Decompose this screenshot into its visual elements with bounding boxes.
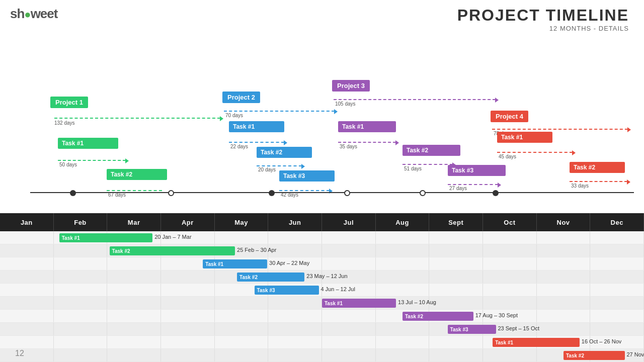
gantt-col-5 xyxy=(268,297,322,309)
gantt-col-2 xyxy=(107,257,161,270)
dot-4 xyxy=(344,190,350,196)
gantt-date-label-6: 17 Aug – 30 Sept xyxy=(475,312,518,318)
gantt-col-11 xyxy=(590,297,644,309)
gantt-bar-1: Task #2 xyxy=(110,246,235,255)
gantt-col-0 xyxy=(0,270,54,283)
calendar-section: JanFebMarAprMayJunJulAugSeptOctNovDec Ta… xyxy=(0,213,644,362)
main-title: Project Timeline xyxy=(457,6,629,25)
gantt-col-5 xyxy=(268,336,322,348)
p3t3-days: 27 days xyxy=(449,186,467,191)
month-cell-jul: Jul xyxy=(322,213,376,231)
dot-1 xyxy=(70,190,76,196)
gantt-col-7 xyxy=(376,244,430,257)
gantt-col-7 xyxy=(376,270,430,283)
gantt-date-label-1: 25 Feb – 30 Apr xyxy=(237,247,276,253)
gantt-col-0 xyxy=(0,231,54,244)
gantt-col-3 xyxy=(161,270,215,283)
p3t3-arrow xyxy=(448,184,498,185)
gantt-col-3 xyxy=(161,323,215,335)
gantt-col-10 xyxy=(537,270,591,283)
gantt-col-0 xyxy=(0,284,54,296)
gantt-col-0 xyxy=(0,323,54,335)
p3-arrow xyxy=(334,99,496,100)
gantt-date-label-4: 4 Jun – 12 Jul xyxy=(320,286,355,292)
p2-task1-box: Task #1 xyxy=(229,121,284,132)
diagram-area: Project 1 132 days Task #1 50 days Task … xyxy=(0,32,644,203)
gantt-row-9: Task #227 Nov – 31 Dec xyxy=(0,349,644,362)
gantt-row-4: Task #34 Jun – 12 Jul xyxy=(0,284,644,297)
gantt-col-0 xyxy=(0,336,54,348)
p2-task3-box: Task #3 xyxy=(279,170,335,182)
dot-3 xyxy=(269,190,275,196)
gantt-col-3 xyxy=(161,349,215,361)
p3t2-arrow xyxy=(403,164,453,165)
p4t2-days: 33 days xyxy=(571,183,589,189)
p1t2-arrow xyxy=(107,190,162,191)
gantt-col-6 xyxy=(322,244,376,257)
gantt-col-0 xyxy=(0,349,54,361)
gantt-bar-3: Task #2 xyxy=(237,273,304,282)
gantt-col-1 xyxy=(54,349,108,361)
gantt-col-11 xyxy=(590,323,644,335)
gantt-col-4 xyxy=(215,297,269,309)
gantt-col-9 xyxy=(483,244,537,257)
gantt-col-11 xyxy=(590,270,644,283)
gantt-row-0: Task #120 Jan – 7 Mar xyxy=(0,231,644,244)
gantt-col-1 xyxy=(54,284,108,296)
gantt-col-0 xyxy=(0,310,54,322)
gantt-col-10 xyxy=(537,323,591,335)
p1-arrow xyxy=(54,118,220,119)
project-4-box: Project 4 xyxy=(491,111,528,122)
gantt-col-10 xyxy=(537,297,591,309)
gantt-col-10 xyxy=(537,310,591,322)
gantt-col-8 xyxy=(429,284,483,296)
gantt-col-1 xyxy=(54,336,108,348)
p3t2-days: 51 days xyxy=(404,166,422,171)
gantt-col-4 xyxy=(215,310,269,322)
p1-task2-box: Task #2 xyxy=(107,169,167,180)
p3-task3-box: Task #3 xyxy=(448,165,506,176)
gantt-row-3: Task #223 May – 12 Jun xyxy=(0,270,644,284)
month-cell-nov: Nov xyxy=(537,213,591,231)
gantt-row-1: Task #225 Feb – 30 Apr xyxy=(0,244,644,257)
gantt-bar-6: Task #2 xyxy=(403,312,473,321)
dot-5 xyxy=(420,190,426,196)
month-cell-jun: Jun xyxy=(268,213,322,231)
p3-days: 105 days xyxy=(335,101,356,107)
gantt-col-6 xyxy=(322,323,376,335)
gantt-col-9 xyxy=(483,231,537,244)
gantt-date-label-7: 23 Sept – 15 Oct xyxy=(498,325,539,331)
p2-arrow xyxy=(224,111,335,112)
gantt-col-3 xyxy=(161,297,215,309)
gantt-col-5 xyxy=(268,244,322,257)
gantt-bar-9: Task #2 xyxy=(564,351,625,360)
p3t1-days: 35 days xyxy=(340,144,357,149)
logo: sh●weet xyxy=(10,6,57,22)
p2t2-days: 20 days xyxy=(258,167,276,172)
month-cell-dec: Dec xyxy=(590,213,644,231)
gantt-col-6 xyxy=(322,231,376,244)
gantt-col-7 xyxy=(376,231,430,244)
timeline-line xyxy=(30,192,634,193)
gantt-col-3 xyxy=(161,336,215,348)
gantt-col-6 xyxy=(322,257,376,270)
gantt-date-label-9: 27 Nov – 31 Dec xyxy=(626,351,644,357)
dot-2 xyxy=(168,190,174,196)
gantt-bar-2: Task #1 xyxy=(203,259,267,268)
gantt-col-0 xyxy=(0,244,54,257)
gantt-col-2 xyxy=(107,310,161,322)
gantt-col-6 xyxy=(322,349,376,361)
p3-task1-box: Task #1 xyxy=(338,121,396,132)
p4-task1-box: Task #1 xyxy=(497,132,552,143)
gantt-row-5: Task #113 Jul – 10 Aug xyxy=(0,297,644,310)
gantt-col-5 xyxy=(268,310,322,322)
gantt-col-1 xyxy=(54,257,108,270)
p4-arrow xyxy=(492,129,628,130)
month-cell-jan: Jan xyxy=(0,213,54,231)
gantt-col-8 xyxy=(429,349,483,361)
p1t1-arrow xyxy=(58,160,126,161)
gantt-col-1 xyxy=(54,244,108,257)
gantt-col-11 xyxy=(590,284,644,296)
p2t2-arrow xyxy=(257,165,302,166)
gantt-row-2: Task #130 Apr – 22 May xyxy=(0,257,644,270)
